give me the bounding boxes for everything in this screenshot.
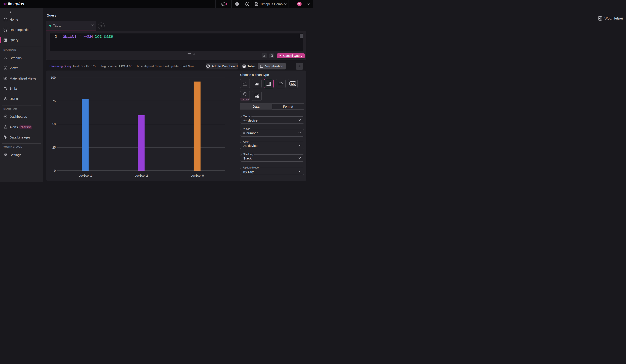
svg-text:50: 50: [52, 123, 56, 126]
svg-text:device_2: device_2: [135, 174, 148, 177]
svg-text:0: 0: [54, 169, 56, 173]
svg-text:25: 25: [52, 146, 56, 149]
svg-text:100: 100: [51, 76, 56, 80]
svg-text:12: 12: [290, 82, 294, 85]
svg-text:75: 75: [52, 99, 56, 103]
svg-text:device_1: device_1: [79, 174, 92, 177]
svg-text:device_0: device_0: [191, 174, 204, 177]
